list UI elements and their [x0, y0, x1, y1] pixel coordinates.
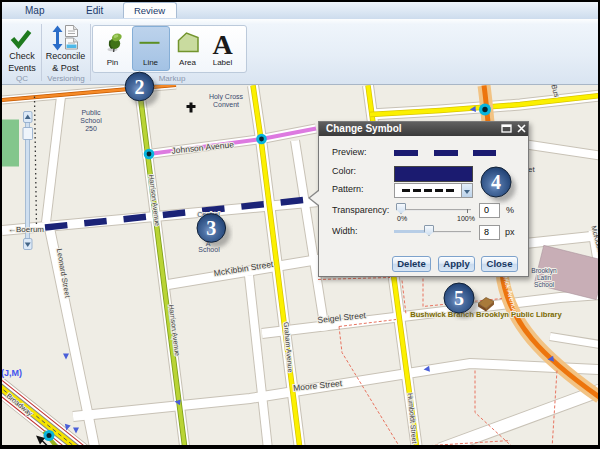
svg-text:3: 3 [206, 217, 216, 239]
svg-text:4: 4 [491, 171, 501, 193]
svg-text:A: A [212, 28, 233, 59]
svg-text:et: et [528, 164, 535, 173]
svg-text:(J,M): (J,M) [2, 367, 22, 377]
svg-text:Holy Cross: Holy Cross [209, 92, 244, 100]
svg-text:Public: Public [81, 108, 101, 115]
svg-text:250: 250 [85, 124, 97, 131]
svg-text:School: School [534, 280, 554, 287]
svg-text:2: 2 [135, 76, 145, 98]
svg-text:Latin: Latin [537, 273, 551, 280]
svg-text:School: School [80, 116, 102, 123]
svg-text:Convent: Convent [213, 100, 239, 107]
svg-text:←Boerum: ←Boerum [8, 224, 44, 233]
svg-text:Bushwick Branch Brooklyn Publi: Bushwick Branch Brooklyn Public Library [410, 309, 562, 318]
svg-text:5: 5 [454, 287, 464, 309]
